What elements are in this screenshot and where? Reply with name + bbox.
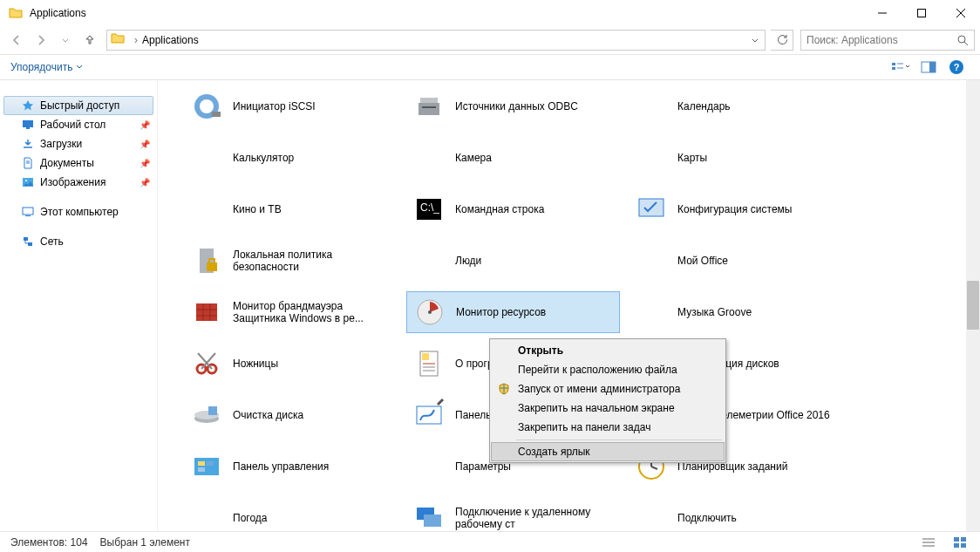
folder-icon: [9, 6, 23, 20]
sidebar-item-documents[interactable]: Документы 📌: [0, 153, 157, 173]
sidebar-item-desktop[interactable]: Рабочий стол 📌: [0, 115, 157, 134]
star-icon: [21, 99, 35, 112]
forward-button[interactable]: [30, 29, 52, 51]
app-item[interactable]: Монитор ресурсов: [406, 291, 620, 333]
preview-pane-button[interactable]: [915, 57, 942, 78]
app-item[interactable]: Календарь: [629, 85, 842, 127]
search-box[interactable]: [800, 30, 975, 51]
app-item[interactable]: Источники данных ODBC: [406, 85, 620, 127]
app-icon: [634, 243, 669, 278]
app-item[interactable]: Кино и ТВ: [184, 188, 398, 230]
address-dropdown[interactable]: [745, 36, 765, 44]
app-label: Музыка Groove: [677, 306, 752, 318]
large-icons-view-button[interactable]: [950, 534, 970, 551]
app-label: Календарь: [677, 100, 731, 112]
address-bar[interactable]: › Applications: [106, 30, 766, 51]
app-item[interactable]: Люди: [406, 240, 620, 282]
search-input[interactable]: [806, 34, 956, 46]
ctx-item-run-as-admin[interactable]: Запуск от имени администратора: [492, 379, 724, 399]
ctx-item-goto-location[interactable]: Перейти к расположению файла: [492, 360, 724, 379]
pc-icon: [21, 205, 35, 219]
ctx-item-pin-start[interactable]: Закрепить на начальном экране: [492, 399, 724, 418]
app-item[interactable]: Монитор брандмауэра Защитника Windows в …: [184, 291, 398, 333]
content-area[interactable]: Инициатор iSCSIКалькуляторКино и ТВЛокал…: [157, 80, 980, 531]
sidebar-item-label: Документы: [40, 157, 94, 169]
svg-rect-13: [26, 127, 30, 129]
back-button[interactable]: [5, 29, 28, 51]
app-item[interactable]: Подключить: [629, 497, 842, 531]
sidebar-item-images[interactable]: Изображения 📌: [0, 173, 157, 192]
app-label: Инициатор iSCSI: [233, 100, 316, 112]
app-item[interactable]: Камера: [406, 137, 620, 179]
help-button[interactable]: ?: [943, 57, 970, 78]
ctx-separator: [516, 440, 722, 440]
app-label: Подключение к удаленному рабочему ст: [455, 506, 615, 531]
status-bar: Элементов: 104 Выбран 1 элемент: [0, 531, 980, 552]
help-icon: ?: [949, 60, 963, 74]
app-item[interactable]: Локальная политика безопасности: [184, 240, 398, 282]
app-label: Мой Office: [677, 255, 728, 267]
app-label: Локальная политика безопасности: [233, 249, 392, 274]
app-label: Очистка диска: [233, 409, 303, 421]
app-item[interactable]: Музыка Groove: [629, 291, 842, 333]
vertical-scrollbar[interactable]: [966, 80, 980, 531]
svg-rect-28: [196, 303, 217, 321]
recent-dropdown[interactable]: [54, 29, 77, 51]
svg-rect-41: [198, 461, 205, 466]
app-item[interactable]: Очистка диска: [184, 394, 398, 436]
app-label: Командная строка: [455, 203, 544, 215]
app-item[interactable]: Калькулятор: [184, 137, 398, 179]
view-options-button[interactable]: [888, 57, 914, 78]
sidebar-item-quick-access[interactable]: Быстрый доступ: [3, 96, 153, 115]
app-icon: [634, 295, 669, 330]
refresh-button[interactable]: [771, 30, 793, 51]
svg-rect-19: [25, 215, 31, 216]
svg-rect-24: [212, 112, 221, 117]
app-item[interactable]: Ножницы: [184, 343, 398, 385]
sidebar-item-network[interactable]: Сеть: [0, 232, 157, 251]
documents-icon: [21, 156, 35, 170]
app-icon: [634, 89, 669, 124]
breadcrumb-segment[interactable]: Applications: [140, 34, 201, 46]
svg-point-50: [428, 310, 432, 314]
app-item[interactable]: Подключение к удаленному рабочему ст: [406, 497, 620, 531]
app-label: Люди: [455, 255, 481, 267]
app-item[interactable]: Погода: [184, 497, 398, 531]
ctx-item-pin-taskbar[interactable]: Закрепить на панели задач: [492, 418, 724, 437]
app-item[interactable]: C:\_Командная строка: [406, 188, 620, 230]
app-icon: [412, 398, 446, 433]
sidebar-item-this-pc[interactable]: Этот компьютер: [0, 202, 157, 221]
downloads-icon: [21, 137, 35, 151]
app-item[interactable]: Инициатор iSCSI: [184, 85, 398, 127]
toolbar: Упорядочить ?: [0, 54, 980, 80]
app-icon: [634, 140, 669, 175]
ctx-item-open[interactable]: Открыть: [492, 341, 724, 360]
scrollbar-thumb[interactable]: [967, 281, 979, 330]
app-item[interactable]: Мой Office: [629, 240, 842, 282]
svg-rect-67: [954, 537, 959, 542]
svg-line-5: [964, 42, 968, 45]
app-item[interactable]: Карты: [629, 137, 842, 179]
app-icon: [189, 192, 224, 227]
status-item-count: Элементов: 104: [10, 536, 88, 549]
organize-menu[interactable]: Упорядочить: [10, 61, 83, 73]
sidebar-item-downloads[interactable]: Загрузки 📌: [0, 134, 157, 153]
close-button[interactable]: [941, 0, 980, 26]
app-icon: [189, 243, 224, 278]
app-item[interactable]: Конфигурация системы: [629, 188, 842, 230]
app-icon: [412, 501, 446, 531]
svg-rect-20: [24, 237, 28, 241]
sidebar-item-label: Сеть: [40, 235, 64, 248]
details-view-button[interactable]: [919, 534, 938, 551]
up-button[interactable]: [78, 29, 101, 51]
status-selection: Выбран 1 элемент: [100, 536, 190, 549]
svg-rect-42: [207, 461, 214, 466]
svg-rect-12: [23, 120, 33, 127]
minimize-button[interactable]: [862, 0, 902, 26]
maximize-button[interactable]: [902, 0, 941, 26]
svg-point-17: [25, 180, 27, 181]
ctx-item-create-shortcut[interactable]: Создать ярлык: [491, 442, 725, 461]
pin-icon: 📌: [140, 159, 150, 168]
app-item[interactable]: Панель управления: [184, 446, 398, 487]
search-icon[interactable]: [956, 34, 969, 46]
